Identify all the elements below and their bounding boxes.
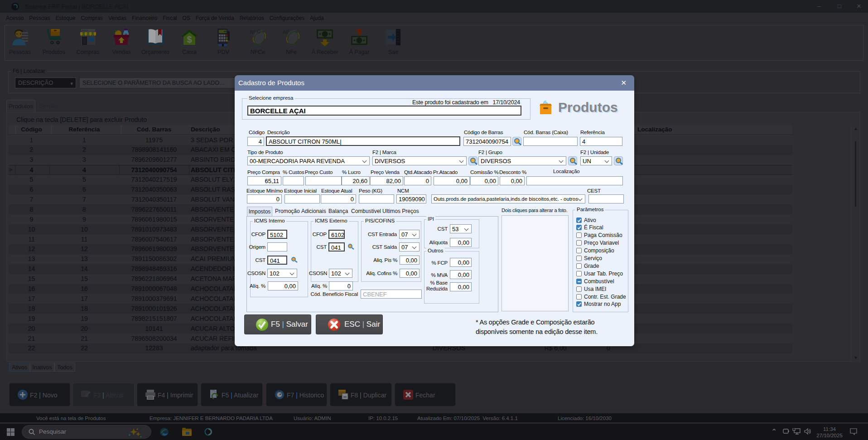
svg-text:e: e [256,32,261,45]
svg-text:e: e [289,32,294,45]
svg-text:$: $ [187,34,192,44]
